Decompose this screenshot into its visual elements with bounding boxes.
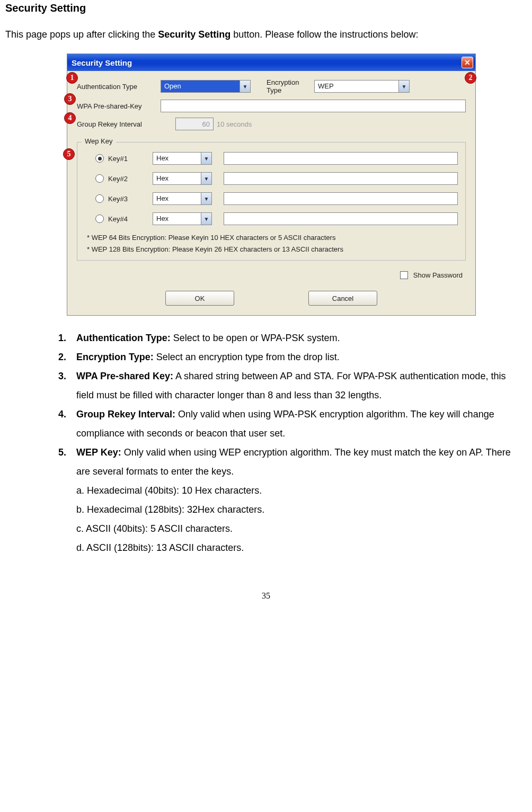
list-bold: WPA Pre-shared Key: bbox=[76, 371, 173, 381]
list-num: 2. bbox=[58, 347, 76, 367]
wep-key1-radio[interactable] bbox=[95, 154, 104, 163]
list-num: 4. bbox=[58, 405, 76, 443]
wep-key-row-4: Key#4 Hex ▼ bbox=[85, 212, 458, 225]
list-item-3: 3. WPA Pre-shared Key: A shared string b… bbox=[58, 367, 525, 405]
list-num: 1. bbox=[58, 328, 76, 347]
list-num: 5. bbox=[58, 443, 76, 481]
chevron-down-icon: ▼ bbox=[398, 81, 409, 92]
wep-hint-128: * WEP 128 Bits Encryption: Please Keyin … bbox=[87, 244, 458, 255]
wep-key3-label: Key#3 bbox=[108, 195, 153, 203]
label-wpa-psk: WPA Pre-shared-Key bbox=[77, 102, 161, 110]
dialog-title: Security Setting bbox=[72, 58, 462, 67]
list-bold: Authentication Type: bbox=[76, 333, 171, 343]
page-title: Security Setting bbox=[5, 2, 527, 14]
wep-key4-label: Key#4 bbox=[108, 215, 153, 223]
intro-text: This page pops up after clicking the Sec… bbox=[5, 25, 527, 44]
security-setting-dialog: Security Setting ✕ 1 2 3 4 5 Authenticat… bbox=[67, 53, 476, 316]
list-item-2: 2. Encryption Type: Select an encryption… bbox=[58, 347, 525, 367]
wep-key2-input[interactable] bbox=[224, 172, 458, 185]
list-text: Select to be open or WPA-PSK system. bbox=[171, 333, 340, 343]
list-num: 3. bbox=[58, 367, 76, 405]
wep-key3-input[interactable] bbox=[224, 192, 458, 205]
auth-type-select[interactable]: Open ▼ bbox=[161, 80, 251, 93]
wep-key-row-1: Key#1 Hex ▼ bbox=[85, 152, 458, 165]
label-enc-type: Encryption Type bbox=[251, 78, 314, 94]
dialog-titlebar: Security Setting ✕ bbox=[67, 54, 475, 71]
page-number: 35 bbox=[5, 591, 527, 601]
list-bold: Encryption Type: bbox=[76, 352, 154, 362]
wep-key4-input[interactable] bbox=[224, 212, 458, 225]
wep-key3-format[interactable]: Hex ▼ bbox=[153, 192, 212, 205]
badge-1: 1 bbox=[66, 72, 78, 84]
auth-type-value: Open bbox=[161, 81, 240, 92]
badge-3: 3 bbox=[64, 93, 76, 105]
intro-pre: This page pops up after clicking the bbox=[5, 29, 158, 40]
wep-key-legend: Wep Key bbox=[82, 137, 116, 145]
sub-a: a. Hexadecimal (40bits): 10 Hex characte… bbox=[76, 481, 525, 500]
badge-4: 4 bbox=[64, 112, 76, 124]
dialog-buttons: OK Cancel bbox=[77, 291, 466, 306]
chevron-down-icon: ▼ bbox=[201, 213, 211, 225]
wep-key1-format[interactable]: Hex ▼ bbox=[153, 152, 212, 165]
wep-key2-label: Key#2 bbox=[108, 175, 153, 183]
list-bold: WEP Key: bbox=[76, 447, 121, 458]
wep-key1-format-value: Hex bbox=[153, 153, 201, 164]
intro-post: button. Please follow the instructions b… bbox=[230, 29, 418, 40]
wpa-psk-input[interactable] bbox=[161, 100, 466, 112]
label-rekey: Group Rekey Interval bbox=[77, 120, 161, 128]
chevron-down-icon: ▼ bbox=[201, 153, 211, 164]
encryption-type-select[interactable]: WEP ▼ bbox=[314, 80, 410, 93]
list-item-4: 4. Group Rekey Interval: Only valid when… bbox=[58, 405, 525, 443]
wep-key4-radio[interactable] bbox=[95, 215, 104, 223]
row-auth-type: Authentication Type Open ▼ Encryption Ty… bbox=[77, 78, 466, 94]
label-auth-type: Authentication Type bbox=[77, 83, 161, 91]
list-item-5: 5. WEP Key: Only valid when using WEP en… bbox=[58, 443, 525, 481]
show-password-checkbox[interactable] bbox=[400, 271, 408, 279]
wep-key-group: Wep Key Key#1 Hex ▼ Key#2 Hex ▼ bbox=[77, 142, 466, 261]
intro-bold: Security Setting bbox=[158, 29, 230, 40]
row-rekey: Group Rekey Interval 60 10 seconds bbox=[77, 118, 466, 130]
wep-key2-format[interactable]: Hex ▼ bbox=[153, 172, 212, 185]
enc-type-value: WEP bbox=[315, 81, 398, 92]
wep-key3-radio[interactable] bbox=[95, 194, 104, 203]
wep-key-row-3: Key#3 Hex ▼ bbox=[85, 192, 458, 205]
chevron-down-icon: ▼ bbox=[201, 173, 211, 184]
wep-key3-format-value: Hex bbox=[153, 193, 201, 204]
show-password-row: Show Password bbox=[77, 271, 466, 279]
ok-button[interactable]: OK bbox=[165, 291, 234, 306]
row-wpa-psk: WPA Pre-shared-Key bbox=[77, 100, 466, 112]
badge-5: 5 bbox=[63, 148, 75, 160]
close-icon: ✕ bbox=[464, 59, 471, 66]
instruction-list: 1. Authentication Type: Select to be ope… bbox=[58, 328, 525, 557]
wep-key-row-2: Key#2 Hex ▼ bbox=[85, 172, 458, 185]
wep-key2-radio[interactable] bbox=[95, 174, 104, 183]
list-item-1: 1. Authentication Type: Select to be ope… bbox=[58, 328, 525, 347]
rekey-unit: 10 seconds bbox=[217, 120, 252, 128]
list-text: Only valid when using WEP encryption alg… bbox=[76, 447, 511, 477]
wep-hint-64: * WEP 64 Bits Encryption: Please Keyin 1… bbox=[87, 233, 458, 243]
dialog-body: 1 2 3 4 5 Authentication Type Open ▼ Enc… bbox=[67, 71, 475, 315]
badge-2: 2 bbox=[465, 72, 476, 84]
wep-key4-format-value: Hex bbox=[153, 213, 201, 225]
list-text: Select an encryption type from the drop … bbox=[154, 352, 340, 362]
close-button[interactable]: ✕ bbox=[462, 57, 473, 68]
show-password-label: Show Password bbox=[413, 271, 463, 279]
wep-key2-format-value: Hex bbox=[153, 173, 201, 184]
sub-b: b. Hexadecimal (128bits): 32Hex characte… bbox=[76, 500, 525, 519]
wep-key4-format[interactable]: Hex ▼ bbox=[153, 212, 212, 225]
list-bold: Group Rekey Interval: bbox=[76, 409, 175, 420]
rekey-input[interactable]: 60 bbox=[175, 118, 214, 130]
wep-key1-input[interactable] bbox=[224, 152, 458, 165]
chevron-down-icon: ▼ bbox=[201, 193, 211, 204]
sub-d: d. ASCII (128bits): 13 ASCII characters. bbox=[76, 538, 525, 557]
cancel-button[interactable]: Cancel bbox=[308, 291, 377, 306]
sub-c: c. ASCII (40bits): 5 ASCII characters. bbox=[76, 519, 525, 538]
chevron-down-icon: ▼ bbox=[240, 81, 250, 92]
wep-key1-label: Key#1 bbox=[108, 155, 153, 163]
